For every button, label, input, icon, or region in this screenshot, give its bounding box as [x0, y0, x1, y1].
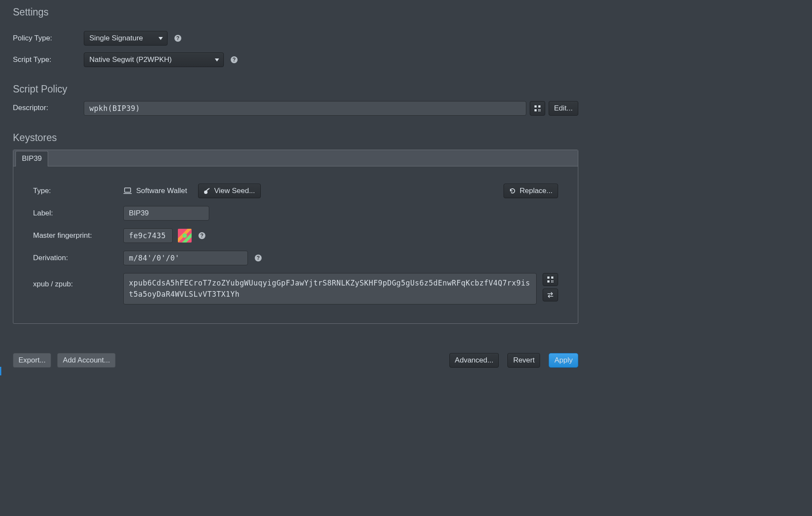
edit-label: Edit...: [554, 104, 573, 113]
svg-rect-17: [553, 280, 553, 281]
fingerprint-value: fe9c7435: [129, 231, 166, 240]
revert-button[interactable]: Revert: [507, 353, 540, 368]
qr-icon: [547, 276, 553, 283]
policy-type-help-icon[interactable]: ?: [174, 35, 181, 42]
svg-rect-13: [547, 280, 549, 283]
descriptor-field[interactable]: wpkh(BIP39): [84, 101, 526, 116]
keystores-heading: Keystores: [13, 132, 578, 144]
keystores-tabbar: BIP39: [13, 150, 578, 166]
qr-icon: [534, 105, 540, 111]
svg-rect-12: [551, 276, 553, 279]
xpub-field[interactable]: xpub6CdsA5hFECroT7zoZYubgWUuqyigGpFJawYj…: [123, 273, 537, 304]
svg-rect-4: [540, 111, 540, 111]
fingerprint-field[interactable]: fe9c7435: [123, 228, 173, 243]
derivation-input[interactable]: [123, 251, 248, 265]
xpub-qr-button[interactable]: [543, 273, 558, 286]
keystore-type-value: Software Wallet: [136, 187, 187, 195]
svg-rect-5: [538, 111, 539, 111]
add-account-label: Add Account...: [63, 356, 110, 365]
laptop-icon: [123, 187, 132, 194]
tab-label: BIP39: [22, 154, 42, 163]
view-seed-button[interactable]: View Seed...: [198, 184, 260, 198]
chevron-down-icon: [215, 58, 219, 61]
derivation-label: Derivation:: [33, 254, 123, 262]
keystore-label-label: Label:: [33, 209, 123, 218]
xpub-swap-button[interactable]: [543, 289, 558, 301]
keystore-type-label: Type:: [33, 187, 123, 195]
swap-icon: [547, 292, 554, 298]
fingerprint-help-icon[interactable]: ?: [198, 232, 205, 239]
keystore-label-input[interactable]: [123, 206, 209, 221]
policy-type-value: Single Signature: [89, 34, 143, 43]
descriptor-qr-button[interactable]: [530, 101, 545, 116]
undo-icon: [509, 187, 516, 194]
sidebar-accent: [0, 367, 1, 375]
script-type-select[interactable]: Native Segwit (P2WPKH): [84, 52, 224, 67]
svg-rect-1: [538, 105, 540, 108]
keystore-panel: Type: Software Wallet View Seed... Re: [13, 166, 578, 323]
advanced-label: Advanced...: [455, 356, 494, 365]
keystores-tabwrap: BIP39 Type: Software Wallet View Seed...: [13, 150, 578, 324]
settings-heading: Settings: [13, 6, 578, 18]
script-policy-heading: Script Policy: [13, 83, 578, 95]
advanced-button[interactable]: Advanced...: [449, 353, 499, 368]
key-icon: [204, 187, 211, 194]
svg-rect-0: [534, 105, 537, 108]
add-account-button[interactable]: Add Account...: [57, 353, 116, 368]
script-type-help-icon[interactable]: ?: [231, 56, 238, 63]
svg-rect-15: [553, 282, 553, 283]
xpub-value: xpub6CdsA5hFECroT7zoZYubgWUuqyigGpFJawYj…: [129, 279, 530, 298]
descriptor-value: wpkh(BIP39): [89, 104, 140, 113]
svg-rect-11: [547, 276, 549, 279]
svg-rect-3: [538, 109, 539, 110]
svg-rect-6: [540, 109, 540, 110]
descriptor-label: Descriptor:: [13, 101, 84, 116]
revert-label: Revert: [513, 356, 534, 365]
export-button[interactable]: Export...: [13, 353, 51, 368]
export-label: Export...: [18, 356, 46, 365]
apply-label: Apply: [554, 356, 573, 365]
derivation-help-icon[interactable]: ?: [255, 255, 262, 261]
fingerprint-identicon: [178, 229, 192, 243]
keystore-tab-bip39[interactable]: BIP39: [15, 151, 48, 166]
svg-rect-16: [551, 282, 552, 283]
xpub-label: xpub / zpub:: [33, 273, 123, 289]
policy-type-select[interactable]: Single Signature: [84, 31, 168, 46]
apply-button[interactable]: Apply: [549, 353, 578, 368]
descriptor-edit-button[interactable]: Edit...: [549, 101, 578, 116]
svg-rect-14: [551, 280, 552, 281]
svg-rect-2: [534, 109, 537, 111]
view-seed-label: View Seed...: [214, 187, 255, 195]
chevron-down-icon: [159, 37, 163, 40]
script-type-value: Native Segwit (P2WPKH): [89, 55, 172, 64]
replace-button[interactable]: Replace...: [504, 184, 558, 198]
script-type-label: Script Type:: [13, 55, 84, 64]
policy-type-label: Policy Type:: [13, 34, 84, 43]
fingerprint-label: Master fingerprint:: [33, 231, 123, 240]
svg-rect-7: [125, 188, 131, 192]
replace-label: Replace...: [519, 187, 553, 195]
